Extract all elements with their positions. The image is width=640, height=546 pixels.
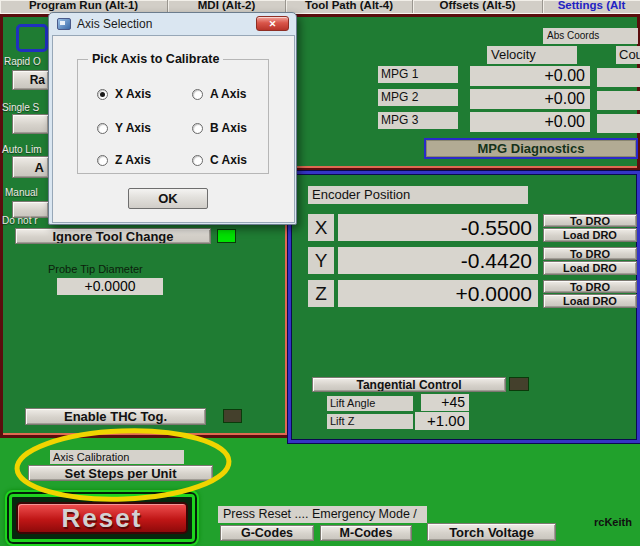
z-load-dro-button[interactable]: Load DRO [543, 294, 637, 308]
radio-label: Z Axis [115, 153, 151, 167]
mpg3-counts-value[interactable] [597, 114, 640, 133]
radio-label: X Axis [115, 87, 151, 101]
radio-circle [192, 89, 203, 100]
watermark: rcKeith [594, 516, 632, 528]
single-step-label-partial: Single S [2, 102, 39, 113]
ok-button[interactable]: OK [128, 188, 208, 209]
mpg3-velocity-value[interactable]: +0.00 [470, 112, 590, 132]
radio-y-axis[interactable]: Y Axis [97, 121, 151, 135]
tab-offsets[interactable]: Offsets (Alt-5) [413, 0, 543, 13]
rapid-label-partial: Rapid O [4, 56, 41, 67]
axis-selection-dialog: Axis Selection ✕ Pick Axis to Calibrate … [48, 12, 297, 225]
radio-circle [192, 123, 203, 134]
axis-z-label: Z [308, 280, 334, 307]
lift-z-value[interactable]: +1.00 [415, 412, 469, 430]
torch-voltage-button[interactable]: Torch Voltage [427, 523, 556, 541]
axis-y-label: Y [308, 247, 334, 274]
encoder-x-value[interactable]: -0.5500 [338, 214, 538, 241]
lift-angle-value[interactable]: +45 [421, 394, 469, 411]
axis-calibration-label: Axis Calibration [50, 450, 184, 464]
mpg2-velocity-value[interactable]: +0.00 [470, 89, 590, 109]
radio-label: C Axis [210, 153, 247, 167]
mpg1-velocity-value[interactable]: +0.00 [470, 66, 590, 86]
abs-coords-label: Abs Coords [543, 28, 638, 44]
radio-label: B Axis [210, 121, 247, 135]
radio-b-axis[interactable]: B Axis [192, 121, 247, 135]
radio-x-axis[interactable]: X Axis [97, 87, 151, 101]
enable-thc-led [223, 409, 242, 423]
groupbox-title: Pick Axis to Calibrate [88, 52, 223, 66]
radio-circle [192, 155, 203, 166]
z-to-dro-button[interactable]: To DRO [543, 280, 637, 293]
radio-circle [97, 123, 108, 134]
y-load-dro-button[interactable]: Load DRO [543, 261, 637, 275]
ignore-tool-change-led [217, 229, 236, 243]
tab-settings[interactable]: Settings (Alt [543, 0, 640, 13]
lift-angle-label: Lift Angle [327, 396, 413, 411]
rapid-button-partial[interactable]: Ra [12, 70, 49, 90]
mpg2-counts-value[interactable] [597, 91, 640, 110]
counts-label-partial: Cou [616, 46, 640, 64]
reset-button[interactable]: Reset [16, 502, 188, 534]
cycle-start-button-partial[interactable] [16, 24, 48, 52]
mpg1-label: MPG 1 [378, 66, 458, 83]
velocity-label: Velocity [487, 46, 577, 64]
ignore-tool-change-button[interactable]: Ignore Tool Change [15, 228, 211, 244]
x-load-dro-button[interactable]: Load DRO [543, 228, 637, 242]
set-steps-per-unit-button[interactable]: Set Steps per Unit [28, 465, 213, 481]
radio-z-axis[interactable]: Z Axis [97, 153, 151, 167]
auto-limit-label-partial: Auto Lim [2, 144, 41, 155]
y-to-dro-button[interactable]: To DRO [543, 247, 637, 260]
tangential-control-led [509, 377, 529, 391]
encoder-z-value[interactable]: +0.0000 [338, 280, 538, 307]
auto-limit-button-partial[interactable]: A [12, 156, 49, 178]
mach3-screen: Program Run (Alt-1) MDI (Alt-2) Tool Pat… [0, 0, 640, 546]
axis-x-label: X [308, 214, 334, 241]
radio-c-axis[interactable]: C Axis [192, 153, 247, 167]
probe-tip-diameter-value[interactable]: +0.0000 [57, 278, 163, 295]
status-message: Press Reset .... Emergency Mode / [218, 506, 427, 523]
radio-a-axis[interactable]: A Axis [192, 87, 246, 101]
tab-tool-path[interactable]: Tool Path (Alt-4) [286, 0, 413, 13]
enable-thc-button[interactable]: Enable THC Tog. [25, 408, 206, 425]
lift-z-label: Lift Z [327, 414, 413, 429]
g-codes-button[interactable]: G-Codes [220, 525, 314, 541]
encoder-position-title: Encoder Position [308, 186, 528, 204]
tangential-control-button[interactable]: Tangential Control [312, 377, 506, 392]
mpg-diagnostics-button[interactable]: MPG Diagnostics [424, 138, 638, 159]
radio-circle [97, 89, 108, 100]
dialog-body: Pick Axis to Calibrate X Axis A Axis Y A… [52, 35, 295, 223]
mpg2-label: MPG 2 [378, 89, 458, 106]
encoder-y-value[interactable]: -0.4420 [338, 247, 538, 274]
mpg3-label: MPG 3 [378, 112, 458, 129]
manual-label-partial: Manual [5, 187, 38, 198]
dialog-icon [57, 18, 71, 30]
radio-label: Y Axis [115, 121, 151, 135]
radio-label: A Axis [210, 87, 246, 101]
close-icon[interactable]: ✕ [256, 16, 289, 31]
mpg1-counts-value[interactable] [597, 68, 640, 87]
do-not-label-partial: Do not r [2, 215, 38, 226]
x-to-dro-button[interactable]: To DRO [543, 214, 637, 227]
m-codes-button[interactable]: M-Codes [320, 525, 412, 541]
radio-circle [97, 155, 108, 166]
probe-tip-diameter-label: Probe Tip Diameter [48, 263, 143, 275]
single-step-button-partial[interactable] [12, 114, 49, 134]
dialog-title: Axis Selection [77, 17, 152, 31]
